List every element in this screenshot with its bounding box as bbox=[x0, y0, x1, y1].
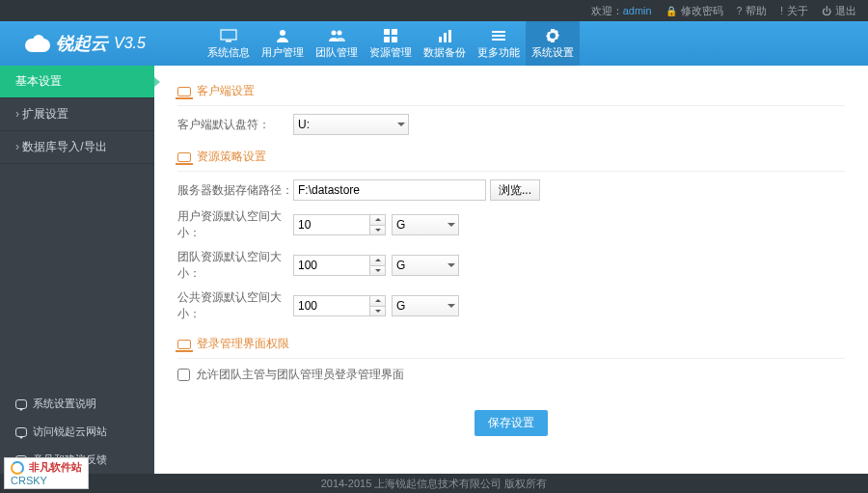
bubble-icon bbox=[15, 427, 27, 437]
unit-select[interactable]: G bbox=[392, 255, 459, 276]
svg-rect-12 bbox=[492, 31, 505, 33]
path-label: 服务器数据存储路径： bbox=[177, 182, 293, 199]
utility-topbar: 欢迎： admin 🔒修改密码 ?帮助 !关于 ⏻退出 bbox=[0, 0, 868, 21]
footer: 2014-2015 上海锐起信息技术有限公司 版权所有 bbox=[0, 474, 868, 493]
brand-name: 锐起云 bbox=[56, 32, 108, 55]
help-label: 帮助 bbox=[746, 4, 767, 18]
spin-down-icon[interactable] bbox=[370, 266, 385, 276]
sidebar-link-label: 系统设置说明 bbox=[33, 397, 96, 411]
about-label: 关于 bbox=[787, 4, 808, 18]
nav-label: 资源管理 bbox=[369, 45, 412, 60]
nav-label: 更多功能 bbox=[477, 45, 520, 60]
content-pane: 客户端设置 客户端默认盘符： U: 资源策略设置 服务器数据存储路径： 浏览..… bbox=[154, 66, 868, 474]
change-password-link[interactable]: 🔒修改密码 bbox=[665, 4, 723, 18]
svg-point-2 bbox=[280, 30, 285, 36]
laptop-icon bbox=[177, 340, 191, 349]
change-password-label: 修改密码 bbox=[681, 4, 723, 18]
drive-label: 客户端默认盘符： bbox=[177, 117, 293, 133]
brand-version: V3.5 bbox=[114, 35, 146, 52]
sidebar-item[interactable]: 基本设置 bbox=[0, 66, 154, 98]
power-icon: ⏻ bbox=[822, 6, 831, 16]
nav-user[interactable]: 用户管理 bbox=[256, 21, 310, 66]
welcome-text: 欢迎： admin bbox=[591, 4, 652, 18]
size-input[interactable] bbox=[293, 255, 370, 276]
gear-icon bbox=[543, 28, 562, 43]
sidebar-item[interactable]: 数据库导入/导出 bbox=[0, 131, 154, 164]
welcome-label: 欢迎： bbox=[591, 4, 623, 18]
svg-point-3 bbox=[331, 30, 336, 35]
brand-logo: 锐起云 V3.5 bbox=[0, 21, 163, 66]
size-spinner[interactable] bbox=[370, 255, 386, 276]
sidebar-link[interactable]: 系统设置说明 bbox=[0, 390, 154, 418]
svg-rect-14 bbox=[492, 39, 505, 41]
main-header: 锐起云 V3.5 系统信息用户管理团队管理资源管理数据备份更多功能系统设置 bbox=[0, 21, 868, 66]
about-link[interactable]: !关于 bbox=[780, 4, 808, 18]
svg-rect-9 bbox=[439, 37, 442, 42]
nav-monitor[interactable]: 系统信息 bbox=[202, 21, 256, 66]
help-icon: ? bbox=[737, 6, 743, 16]
svg-rect-11 bbox=[448, 30, 451, 42]
nav-label: 数据备份 bbox=[423, 45, 466, 60]
unit-select[interactable]: G bbox=[392, 295, 459, 316]
path-input[interactable] bbox=[293, 179, 486, 201]
svg-rect-6 bbox=[392, 29, 397, 35]
watermark: 非凡软件站 CRSKY bbox=[4, 457, 89, 489]
unit-select[interactable]: G bbox=[392, 214, 459, 235]
svg-rect-7 bbox=[384, 37, 390, 42]
svg-rect-5 bbox=[384, 29, 390, 35]
wm-line2a: CRSKY bbox=[11, 475, 47, 486]
sidebar: 基本设置扩展设置数据库导入/导出 系统设置说明访问锐起云网站意见和建议反馈 bbox=[0, 66, 154, 474]
svg-rect-0 bbox=[221, 30, 236, 40]
spin-up-icon[interactable] bbox=[370, 256, 385, 266]
section-login-label: 登录管理界面权限 bbox=[197, 336, 289, 352]
svg-rect-1 bbox=[226, 41, 231, 42]
laptop-icon bbox=[177, 152, 191, 162]
size-spinner[interactable] bbox=[370, 295, 386, 316]
nav-bars[interactable]: 数据备份 bbox=[418, 21, 472, 66]
drive-select[interactable]: U: bbox=[293, 114, 409, 135]
nav-grid[interactable]: 资源管理 bbox=[364, 21, 418, 66]
lock-icon: 🔒 bbox=[665, 6, 677, 16]
cloud-icon bbox=[25, 35, 50, 52]
grid-icon bbox=[381, 28, 400, 43]
info-icon: ! bbox=[780, 6, 783, 16]
bubble-icon bbox=[15, 399, 27, 409]
allow-team-admin-checkbox[interactable] bbox=[177, 369, 190, 381]
section-client-label: 客户端设置 bbox=[197, 83, 255, 99]
nav-gear[interactable]: 系统设置 bbox=[526, 21, 580, 66]
swirl-icon bbox=[11, 461, 24, 475]
help-link[interactable]: ?帮助 bbox=[737, 4, 768, 18]
allow-team-admin-label: 允许团队主管与团队管理员登录管理界面 bbox=[196, 367, 404, 383]
browse-button[interactable]: 浏览... bbox=[490, 179, 540, 201]
spin-up-icon[interactable] bbox=[370, 296, 385, 307]
svg-point-4 bbox=[337, 30, 341, 35]
laptop-icon bbox=[177, 87, 191, 96]
nav-label: 系统信息 bbox=[207, 45, 250, 60]
more-icon bbox=[489, 28, 508, 43]
section-resource-title: 资源策略设置 bbox=[177, 143, 845, 172]
sidebar-link-label: 访问锐起云网站 bbox=[33, 425, 107, 439]
user-icon bbox=[273, 28, 292, 43]
nav-more[interactable]: 更多功能 bbox=[472, 21, 526, 66]
svg-rect-10 bbox=[444, 33, 447, 42]
size-input[interactable] bbox=[293, 214, 370, 235]
save-button[interactable]: 保存设置 bbox=[475, 410, 548, 436]
sidebar-link[interactable]: 访问锐起云网站 bbox=[0, 418, 154, 446]
nav-label: 用户管理 bbox=[261, 45, 304, 60]
size-label: 用户资源默认空间大小： bbox=[177, 208, 293, 241]
spin-up-icon[interactable] bbox=[370, 215, 385, 226]
nav-team[interactable]: 团队管理 bbox=[310, 21, 364, 66]
section-login-title: 登录管理界面权限 bbox=[177, 330, 845, 359]
section-resource-label: 资源策略设置 bbox=[197, 149, 266, 165]
section-client-title: 客户端设置 bbox=[177, 77, 845, 106]
logout-label: 退出 bbox=[835, 4, 856, 18]
size-label: 团队资源默认空间大小： bbox=[177, 249, 293, 282]
spin-down-icon[interactable] bbox=[370, 307, 385, 316]
spin-down-icon[interactable] bbox=[370, 226, 385, 235]
sidebar-item[interactable]: 扩展设置 bbox=[0, 98, 154, 131]
main-nav: 系统信息用户管理团队管理资源管理数据备份更多功能系统设置 bbox=[202, 21, 580, 66]
logout-link[interactable]: ⏻退出 bbox=[822, 4, 856, 18]
size-spinner[interactable] bbox=[370, 214, 386, 235]
current-user-link[interactable]: admin bbox=[623, 5, 652, 16]
size-input[interactable] bbox=[293, 295, 370, 316]
